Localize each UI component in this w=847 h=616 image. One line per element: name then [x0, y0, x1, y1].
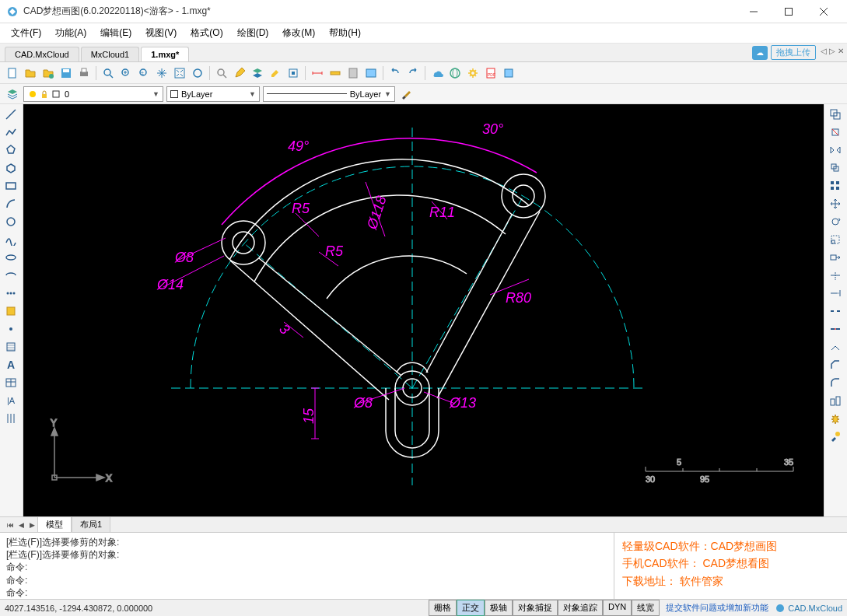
export-icon[interactable]: [501, 65, 516, 81]
zoom-window-icon[interactable]: [100, 65, 116, 81]
menu-format[interactable]: 格式(O): [184, 24, 229, 42]
menu-draw[interactable]: 绘图(D): [231, 24, 275, 42]
linetype-select[interactable]: ByLayer ▼: [263, 86, 395, 102]
layout1-tab[interactable]: 布局1: [72, 516, 110, 533]
rotate-icon[interactable]: [826, 213, 845, 230]
matchprop-icon[interactable]: [826, 428, 845, 445]
ellipse-tool-icon[interactable]: [2, 249, 20, 266]
zoom-prev-icon[interactable]: [214, 65, 229, 81]
menu-edit[interactable]: 编辑(E): [94, 24, 138, 42]
rectangle-tool-icon[interactable]: [2, 177, 20, 194]
insert-block-icon[interactable]: [2, 303, 20, 320]
align-icon[interactable]: [826, 392, 845, 409]
maximize-button[interactable]: [771, 1, 806, 23]
lwt-toggle[interactable]: 线宽: [632, 600, 660, 616]
axis-tool-icon[interactable]: [2, 410, 20, 427]
ellipse-arc-tool-icon[interactable]: [2, 267, 20, 284]
tab-nav-first[interactable]: ⏮: [5, 519, 16, 531]
drawing-canvas[interactable]: 49° 30° R5 R5 R11 R80 Ø8 Ø14 Ø118 Ø8 Ø13…: [23, 104, 824, 516]
chamfer-icon[interactable]: [826, 356, 845, 373]
highlight-icon[interactable]: [268, 65, 283, 81]
menu-help[interactable]: 帮助(H): [323, 24, 367, 42]
undo-icon[interactable]: [387, 65, 403, 81]
copy-icon[interactable]: [826, 106, 845, 123]
block-icon[interactable]: [285, 65, 301, 81]
point-tool-icon[interactable]: [2, 320, 20, 338]
gear-icon[interactable]: [465, 65, 481, 81]
image-icon[interactable]: [363, 65, 379, 81]
mtext-tool-icon[interactable]: |A: [2, 392, 20, 409]
pan-icon[interactable]: [154, 65, 170, 81]
new-icon[interactable]: [5, 65, 20, 81]
layer-icon[interactable]: [250, 65, 265, 81]
ortho-toggle[interactable]: 正交: [457, 600, 485, 616]
brush-icon[interactable]: [398, 86, 414, 102]
spline-tool-icon[interactable]: [2, 231, 20, 248]
close-button[interactable]: [806, 1, 841, 23]
fillet-icon[interactable]: [826, 374, 845, 391]
dim-icon[interactable]: [310, 65, 325, 81]
erase-icon[interactable]: [826, 124, 845, 141]
save-icon[interactable]: [58, 65, 74, 81]
command-history[interactable]: [栏选(F)]选择要修剪的对象: [栏选(F)]选择要修剪的对象: 命令: 命令…: [0, 533, 614, 599]
open2-icon[interactable]: [40, 65, 56, 81]
menu-file[interactable]: 文件(F): [5, 24, 47, 42]
globe-icon[interactable]: [447, 65, 463, 81]
arc-tool-icon[interactable]: [2, 195, 20, 212]
hatch-tool-icon[interactable]: [2, 338, 20, 355]
explode-icon[interactable]: [826, 410, 845, 427]
polar-toggle[interactable]: 极轴: [485, 600, 513, 616]
brand-label[interactable]: CAD.MxCloud: [775, 603, 842, 614]
cloud-up-icon[interactable]: [429, 65, 445, 81]
measure-icon[interactable]: [327, 65, 343, 81]
print-icon[interactable]: [76, 65, 92, 81]
menu-func[interactable]: 功能(A): [49, 24, 93, 42]
zoom-all-icon[interactable]: [190, 65, 205, 81]
tab-nav-next[interactable]: ▶: [26, 519, 37, 531]
otrack-toggle[interactable]: 对象追踪: [558, 600, 603, 616]
line-tool-icon[interactable]: [2, 106, 20, 123]
redo-icon[interactable]: [405, 65, 421, 81]
minimize-button[interactable]: [736, 1, 771, 23]
circle-tool-icon[interactable]: [2, 213, 20, 230]
open-icon[interactable]: [23, 65, 38, 81]
zoom-extents-icon[interactable]: [172, 65, 187, 81]
polyline-tool-icon[interactable]: [2, 124, 20, 141]
tab-nav-prev[interactable]: ◀: [16, 519, 26, 531]
model-tab[interactable]: 模型: [37, 516, 72, 533]
file-tab-mxcloud1[interactable]: MxCloud1: [81, 47, 140, 61]
tab-nav[interactable]: ◁ ▷ ✕: [821, 47, 844, 55]
feedback-link[interactable]: 提交软件问题或增加新功能: [666, 602, 768, 614]
zoom-in-icon[interactable]: [118, 65, 134, 81]
join-icon[interactable]: [826, 338, 845, 355]
edit-icon[interactable]: [232, 65, 247, 81]
stretch-icon[interactable]: [826, 249, 845, 266]
offset-icon[interactable]: [826, 159, 845, 177]
scale-icon[interactable]: [826, 231, 845, 248]
break-icon[interactable]: [826, 303, 845, 320]
upload-area[interactable]: ☁ 拖拽上传: [752, 45, 816, 60]
osnap-toggle[interactable]: 对象捕捉: [513, 600, 558, 616]
layers-manager-icon[interactable]: [5, 86, 20, 102]
menu-view[interactable]: 视图(V): [139, 24, 183, 42]
file-tab-cloud[interactable]: CAD.MxCloud: [5, 47, 79, 61]
table-tool-icon[interactable]: [2, 374, 20, 391]
polygon-tool-icon[interactable]: [2, 142, 20, 159]
layer-select[interactable]: 0 ▼: [23, 86, 163, 102]
trim-icon[interactable]: [826, 267, 845, 284]
extend-icon[interactable]: [826, 285, 845, 302]
dots-tool-icon[interactable]: [2, 285, 20, 302]
file-tab-current[interactable]: 1.mxg*: [141, 47, 189, 61]
calc-icon[interactable]: [345, 65, 361, 81]
grid-toggle[interactable]: 栅格: [429, 600, 457, 616]
text-tool-icon[interactable]: A: [2, 356, 20, 373]
color-select[interactable]: ByLayer ▼: [166, 86, 260, 102]
break2-icon[interactable]: [826, 320, 845, 338]
pdf-icon[interactable]: PDF: [483, 65, 499, 81]
dyn-toggle[interactable]: DYN: [603, 600, 632, 616]
menu-modify[interactable]: 修改(M): [276, 24, 321, 42]
pentagon-tool-icon[interactable]: [2, 159, 20, 177]
mirror-icon[interactable]: [826, 142, 845, 159]
zoom-realtime-icon[interactable]: ±: [136, 65, 152, 81]
array-icon[interactable]: [826, 177, 845, 194]
